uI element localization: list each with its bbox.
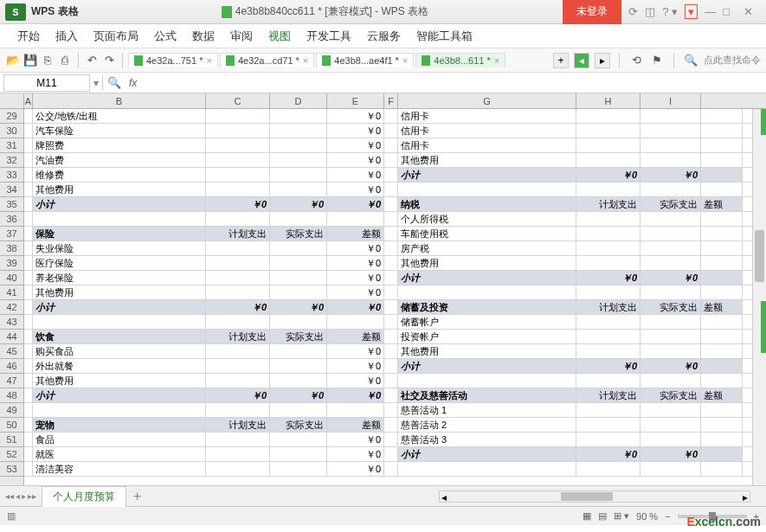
cell[interactable]: ￥0: [327, 374, 384, 388]
cell[interactable]: [206, 153, 270, 167]
cell[interactable]: 慈善活动 3: [398, 433, 576, 446]
doc-tab-3[interactable]: 4e3b8...611 *×: [415, 53, 505, 67]
cell[interactable]: [384, 138, 398, 152]
cell[interactable]: [384, 300, 398, 314]
cell[interactable]: ￥0: [640, 359, 701, 373]
cell[interactable]: 个人所得税: [398, 212, 576, 226]
cell[interactable]: [24, 433, 33, 446]
cell[interactable]: ￥0: [327, 285, 384, 299]
cell[interactable]: 储蓄帐户: [398, 315, 576, 329]
sync-icon[interactable]: ⟳: [628, 5, 638, 18]
cell[interactable]: ￥0: [640, 447, 701, 461]
menu-8[interactable]: 云服务: [367, 29, 401, 44]
cell[interactable]: [384, 315, 398, 329]
maximize-button[interactable]: □: [723, 5, 730, 18]
cell[interactable]: [640, 256, 701, 270]
cell[interactable]: [576, 183, 640, 196]
row-header[interactable]: 47: [0, 374, 23, 388]
cell[interactable]: [270, 109, 327, 123]
cell[interactable]: 小计: [398, 359, 576, 373]
hscroll-thumb[interactable]: [561, 492, 613, 501]
cell[interactable]: [576, 315, 640, 329]
cell[interactable]: [384, 447, 398, 461]
cell[interactable]: 投资帐户: [398, 330, 576, 343]
cell[interactable]: [576, 153, 640, 167]
cell[interactable]: [270, 241, 327, 255]
cell[interactable]: [701, 359, 743, 373]
cell[interactable]: 实际支出: [270, 418, 327, 432]
cell[interactable]: [24, 227, 33, 240]
cell[interactable]: [640, 315, 701, 329]
cell[interactable]: 慈善活动 1: [398, 403, 576, 417]
select-all-corner[interactable]: [0, 93, 23, 109]
cell[interactable]: [576, 109, 640, 123]
cell[interactable]: [576, 256, 640, 270]
view-page-icon[interactable]: ▤: [598, 510, 607, 522]
cell[interactable]: [640, 462, 701, 476]
cell[interactable]: [384, 330, 398, 343]
cell[interactable]: 其他费用: [33, 374, 206, 388]
cell[interactable]: ￥0: [327, 271, 384, 285]
cell[interactable]: [398, 285, 576, 299]
cell[interactable]: [206, 138, 270, 152]
cell[interactable]: ￥0: [270, 300, 327, 314]
cell[interactable]: [206, 256, 270, 270]
row-header[interactable]: 31: [0, 138, 23, 153]
cell[interactable]: 公交/地铁/出租: [33, 109, 206, 123]
cell[interactable]: [206, 212, 270, 226]
cell[interactable]: [270, 138, 327, 152]
row-header[interactable]: 50: [0, 418, 23, 433]
search-icon[interactable]: 🔍: [683, 53, 698, 68]
grid-cells[interactable]: 公交/地铁/出租￥0信用卡汽车保险￥0信用卡牌照费￥0信用卡汽油费￥0其他费用维…: [24, 109, 766, 477]
cell[interactable]: 小计: [398, 447, 576, 461]
cell[interactable]: ￥0: [576, 168, 640, 182]
cell[interactable]: [640, 330, 701, 343]
cell[interactable]: ￥0: [327, 124, 384, 138]
fx-search-icon[interactable]: 🔍: [106, 75, 122, 91]
cell[interactable]: ￥0: [576, 359, 640, 373]
cell[interactable]: [270, 271, 327, 285]
sheet-add-button[interactable]: +: [126, 489, 148, 504]
cell[interactable]: [640, 418, 701, 432]
cell[interactable]: [384, 344, 398, 358]
cell[interactable]: ￥0: [206, 197, 270, 211]
cell[interactable]: 医疗保险: [33, 256, 206, 270]
cell[interactable]: [206, 462, 270, 476]
cell[interactable]: [576, 344, 640, 358]
cell[interactable]: [270, 462, 327, 476]
menu-4[interactable]: 数据: [192, 29, 215, 44]
name-dropdown-icon[interactable]: ▾: [93, 77, 99, 89]
cell[interactable]: [384, 433, 398, 446]
row-header[interactable]: 41: [0, 285, 23, 300]
cell[interactable]: [384, 183, 398, 196]
doc-tab-2[interactable]: 4e3b8...ae4f1 *×: [316, 53, 414, 67]
cell[interactable]: [206, 315, 270, 329]
row-header[interactable]: 44: [0, 330, 23, 344]
cell[interactable]: [701, 138, 743, 152]
cell[interactable]: [701, 285, 743, 299]
cell[interactable]: 小计: [398, 271, 576, 285]
menu-1[interactable]: 插入: [55, 29, 78, 44]
row-header[interactable]: 34: [0, 183, 23, 197]
cell[interactable]: [576, 462, 640, 476]
cell[interactable]: [640, 433, 701, 446]
cell[interactable]: [701, 462, 743, 476]
menu-9[interactable]: 智能工具箱: [416, 29, 473, 44]
cell[interactable]: [270, 374, 327, 388]
cell[interactable]: [576, 403, 640, 417]
row-header[interactable]: 52: [0, 447, 23, 462]
cell[interactable]: 牌照费: [33, 138, 206, 152]
cell[interactable]: [270, 433, 327, 446]
cell[interactable]: [701, 109, 743, 123]
cell[interactable]: [384, 462, 398, 476]
cell[interactable]: [24, 300, 33, 314]
cell[interactable]: [384, 403, 398, 417]
cell[interactable]: [701, 153, 743, 167]
cell[interactable]: [384, 388, 398, 402]
cell[interactable]: [206, 168, 270, 182]
cell[interactable]: [701, 374, 743, 388]
doc-tab-0[interactable]: 4e32a...751 *×: [128, 53, 218, 67]
cell[interactable]: [206, 447, 270, 461]
cell[interactable]: ￥0: [327, 183, 384, 196]
zoom-level[interactable]: 90 %: [636, 511, 658, 522]
